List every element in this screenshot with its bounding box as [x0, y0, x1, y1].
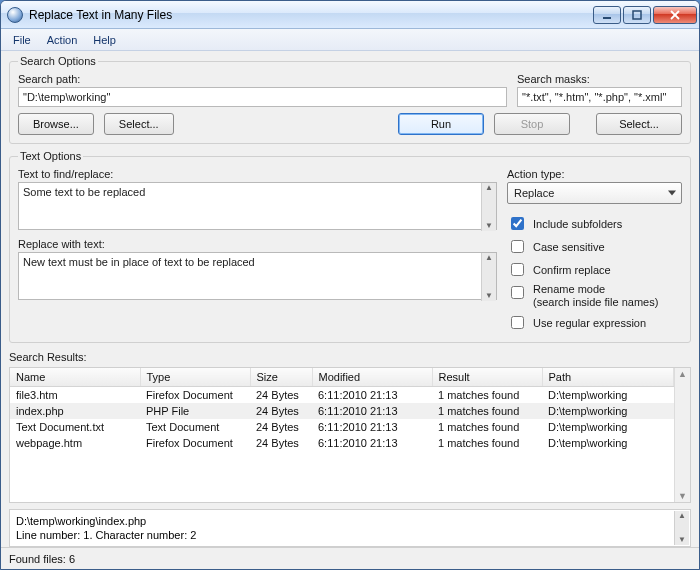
search-results-label: Search Results: [9, 351, 691, 363]
results-table-wrap: Name Type Size Modified Result Path file… [9, 367, 691, 503]
search-options-legend: Search Options [18, 55, 98, 67]
chevron-up-icon: ▲ [485, 183, 493, 193]
select-masks-button[interactable]: Select... [596, 113, 682, 135]
chevron-down-icon: ▼ [678, 535, 686, 545]
menu-action[interactable]: Action [39, 32, 86, 48]
replace-textarea[interactable]: New text must be in place of text to be … [18, 252, 497, 300]
search-path-label: Search path: [18, 73, 507, 85]
search-masks-input[interactable] [517, 87, 682, 107]
table-row[interactable]: file3.htmFirefox Document24 Bytes6:11:20… [10, 387, 674, 404]
details-position: Line number: 1. Character number: 2 [16, 528, 684, 542]
find-label: Text to find/replace: [18, 168, 497, 180]
menu-file[interactable]: File [5, 32, 39, 48]
chk-case-sensitive[interactable]: Case sensitive [507, 237, 682, 256]
table-row[interactable]: Text Document.txtText Document24 Bytes6:… [10, 419, 674, 435]
chk-include-subfolders[interactable]: Include subfolders [507, 214, 682, 233]
results-scrollbar[interactable]: ▲▼ [674, 368, 690, 502]
col-result[interactable]: Result [432, 368, 542, 387]
col-type[interactable]: Type [140, 368, 250, 387]
window-controls [593, 6, 697, 24]
table-row[interactable]: webpage.htmFirefox Document24 Bytes6:11:… [10, 435, 674, 451]
col-path[interactable]: Path [542, 368, 674, 387]
find-spin[interactable]: ▲▼ [481, 183, 496, 231]
table-row[interactable]: index.phpPHP File24 Bytes6:11:2010 21:13… [10, 403, 674, 419]
app-icon [7, 7, 23, 23]
details-path: D:\temp\working\index.php [16, 514, 684, 528]
close-button[interactable] [653, 6, 697, 24]
window-title: Replace Text in Many Files [29, 8, 593, 22]
replace-label: Replace with text: [18, 238, 497, 250]
client-area: Search Options Search path: Search masks… [1, 51, 699, 547]
col-modified[interactable]: Modified [312, 368, 432, 387]
search-path-input[interactable] [18, 87, 507, 107]
result-details: D:\temp\working\index.php Line number: 1… [9, 509, 691, 547]
chk-regex[interactable]: Use regular expression [507, 313, 682, 332]
app-window: Replace Text in Many Files File Action H… [0, 0, 700, 570]
menu-help[interactable]: Help [85, 32, 124, 48]
select-path-button[interactable]: Select... [104, 113, 174, 135]
status-found-files: Found files: 6 [9, 553, 75, 565]
chevron-up-icon: ▲ [678, 368, 687, 380]
details-spin[interactable]: ▲▼ [674, 511, 689, 545]
search-options-group: Search Options Search path: Search masks… [9, 55, 691, 144]
replace-spin[interactable]: ▲▼ [481, 253, 496, 301]
chk-confirm-replace[interactable]: Confirm replace [507, 260, 682, 279]
chevron-down-icon: ▼ [485, 221, 493, 231]
chevron-down-icon: ▼ [678, 490, 687, 502]
col-size[interactable]: Size [250, 368, 312, 387]
action-type-label: Action type: [507, 168, 682, 180]
action-type-combo[interactable]: Replace [507, 182, 682, 204]
stop-button[interactable]: Stop [494, 113, 570, 135]
titlebar[interactable]: Replace Text in Many Files [1, 1, 699, 29]
svg-rect-1 [633, 11, 641, 19]
run-button[interactable]: Run [398, 113, 484, 135]
statusbar: Found files: 6 [1, 547, 699, 569]
maximize-button[interactable] [623, 6, 651, 24]
col-name[interactable]: Name [10, 368, 140, 387]
text-options-legend: Text Options [18, 150, 83, 162]
chevron-up-icon: ▲ [678, 511, 686, 521]
minimize-button[interactable] [593, 6, 621, 24]
results-table[interactable]: Name Type Size Modified Result Path file… [10, 368, 674, 451]
search-masks-label: Search masks: [517, 73, 682, 85]
menubar: File Action Help [1, 29, 699, 51]
chevron-up-icon: ▲ [485, 253, 493, 263]
text-options-group: Text Options Text to find/replace: Some … [9, 150, 691, 343]
find-textarea[interactable]: Some text to be replaced [18, 182, 497, 230]
chevron-down-icon: ▼ [485, 291, 493, 301]
chk-rename-mode[interactable]: Rename mode(search inside file names) [507, 283, 682, 309]
browse-button[interactable]: Browse... [18, 113, 94, 135]
